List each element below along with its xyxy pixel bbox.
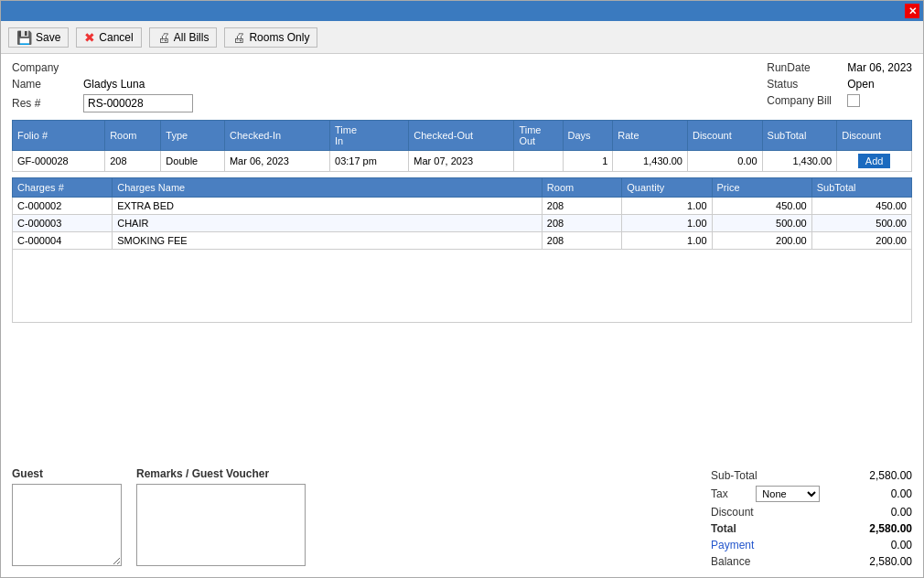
charges-cell: 200.00 <box>712 232 811 250</box>
save-icon: 💾 <box>16 30 32 45</box>
company-row: Company <box>12 61 193 74</box>
print-icon-2: 🖨 <box>232 30 245 45</box>
name-row: Name Gladys Luna <box>12 78 193 91</box>
total-value: 2,580.00 <box>848 522 912 535</box>
company-bill-checkbox[interactable] <box>847 94 860 107</box>
folio-table-row: GF-000028208DoubleMar 06, 202303:17 pmMa… <box>13 151 912 172</box>
folio-cell: GF-000028 <box>13 151 105 172</box>
folio-col-days: Days <box>563 121 613 151</box>
charges-col-qty: Quantity <box>622 178 712 198</box>
add-discount-button[interactable]: Add <box>858 154 891 168</box>
main-window: ✕ 💾 Save ✖ Cancel 🖨 All Bills 🖨 Rooms On… <box>0 0 924 578</box>
folio-col-timeout: TimeOut <box>514 121 563 151</box>
folio-cell: 208 <box>105 151 161 172</box>
charges-empty-area <box>12 250 912 323</box>
save-button[interactable]: 💾 Save <box>8 27 69 48</box>
folio-col-folio: Folio # <box>13 121 105 151</box>
subtotal-label: Sub-Total <box>711 469 757 482</box>
folio-cell: 1,430.00 <box>613 151 688 172</box>
res-input[interactable] <box>83 94 193 112</box>
close-button[interactable]: ✕ <box>905 4 919 18</box>
info-right: RunDate Mar 06, 2023 Status Open Company… <box>767 61 912 112</box>
charges-header-row: Charges # Charges Name Room Quantity Pri… <box>13 178 912 198</box>
charges-cell: C-000002 <box>13 198 113 215</box>
guest-box: Guest <box>12 467 122 570</box>
charges-col-name: Charges Name <box>113 178 543 198</box>
charges-table-row: C-000002EXTRA BED2081.00450.00450.00 <box>13 198 912 215</box>
charges-table: Charges # Charges Name Room Quantity Pri… <box>12 177 912 250</box>
cancel-label: Cancel <box>99 31 133 44</box>
payment-link[interactable]: Payment <box>711 539 754 551</box>
folio-cell: 03:17 pm <box>330 151 409 172</box>
folio-col-checkedout: Checked-Out <box>409 121 514 151</box>
charges-cell: 208 <box>542 232 621 250</box>
folio-col-discount: Discount <box>687 121 762 151</box>
res-row: Res # <box>12 94 193 112</box>
info-left: Company Name Gladys Luna Res # <box>12 61 193 112</box>
tax-select[interactable]: None <box>756 486 820 502</box>
guest-textarea[interactable] <box>12 484 122 566</box>
guest-label: Guest <box>12 467 122 480</box>
charges-cell: 500.00 <box>712 215 811 232</box>
guest-voucher-section: Guest Remarks / Guest Voucher <box>12 467 696 570</box>
all-bills-label: All Bills <box>174 31 210 44</box>
balance-label: Balance <box>711 555 750 568</box>
rundate-value: Mar 06, 2023 <box>847 61 912 74</box>
charges-cell: 208 <box>542 198 621 215</box>
subtotal-row: Sub-Total 2,580.00 <box>711 467 912 484</box>
name-value: Gladys Luna <box>83 78 145 91</box>
charges-cell: SMOKING FEE <box>113 232 543 250</box>
tax-row: Tax None 0.00 <box>711 484 912 504</box>
remarks-box: Remarks / Guest Voucher <box>136 467 306 570</box>
charges-cell: C-000004 <box>13 232 113 250</box>
res-label: Res # <box>12 97 76 110</box>
charges-cell: C-000003 <box>13 215 113 232</box>
folio-cell: 1 <box>563 151 613 172</box>
folio-col-checkedin: Checked-In <box>224 121 329 151</box>
summary-section: Sub-Total 2,580.00 Tax None 0.00 Discoun… <box>711 467 912 570</box>
folio-col-timein: TimeIn <box>330 121 409 151</box>
rundate-row: RunDate Mar 06, 2023 <box>767 61 912 74</box>
folio-add-cell: Add <box>837 151 912 172</box>
charges-table-row: C-000003CHAIR2081.00500.00500.00 <box>13 215 912 232</box>
charges-table-row: C-000004SMOKING FEE2081.00200.00200.00 <box>13 232 912 250</box>
toolbar: 💾 Save ✖ Cancel 🖨 All Bills 🖨 Rooms Only <box>1 21 923 54</box>
charges-col-no: Charges # <box>13 178 113 198</box>
charges-cell: CHAIR <box>113 215 543 232</box>
cancel-button[interactable]: ✖ Cancel <box>76 27 141 48</box>
folio-table: Folio # Room Type Checked-In TimeIn Chec… <box>12 120 912 172</box>
tax-value: 0.00 <box>848 487 912 500</box>
charges-col-room: Room <box>542 178 621 198</box>
title-bar: ✕ <box>1 1 923 21</box>
bottom-section: Guest Remarks / Guest Voucher Sub-Total … <box>12 467 912 570</box>
folio-cell: Double <box>161 151 225 172</box>
status-row: Status Open <box>767 78 874 91</box>
folio-table-section: Folio # Room Type Checked-In TimeIn Chec… <box>12 120 912 172</box>
payment-value: 0.00 <box>848 539 912 551</box>
total-label: Total <box>711 522 736 535</box>
rooms-only-button[interactable]: 🖨 Rooms Only <box>224 27 317 48</box>
charges-cell: 1.00 <box>622 215 712 232</box>
charges-cell: 500.00 <box>811 215 911 232</box>
folio-cell <box>514 151 563 172</box>
charges-cell: EXTRA BED <box>113 198 543 215</box>
folio-cell: Mar 06, 2023 <box>224 151 329 172</box>
name-label: Name <box>12 78 76 91</box>
company-bill-row: Company Bill <box>767 94 860 107</box>
subtotal-value: 2,580.00 <box>848 469 912 482</box>
total-row: Total 2,580.00 <box>711 520 912 537</box>
status-label: Status <box>767 78 840 91</box>
rundate-label: RunDate <box>767 61 840 74</box>
charges-cell: 200.00 <box>811 232 911 250</box>
save-label: Save <box>36 31 60 44</box>
remarks-textarea[interactable] <box>136 484 306 566</box>
rooms-only-label: Rooms Only <box>249 31 309 44</box>
tax-label: Tax <box>711 487 728 500</box>
charges-cell: 1.00 <box>622 198 712 215</box>
folio-col-type: Type <box>161 121 225 151</box>
cancel-icon: ✖ <box>84 30 95 45</box>
charges-cell: 1.00 <box>622 232 712 250</box>
discount-summary-value: 0.00 <box>848 506 912 519</box>
all-bills-button[interactable]: 🖨 All Bills <box>149 27 218 48</box>
charges-col-subtotal: SubTotal <box>811 178 911 198</box>
